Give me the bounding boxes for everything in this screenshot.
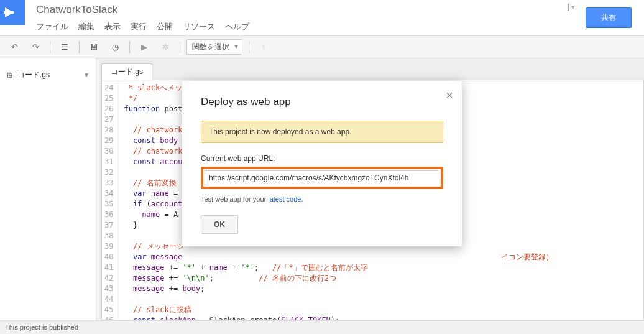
file-icon: 🗎	[6, 71, 14, 80]
app-logo-icon	[0, 0, 25, 25]
run-icon[interactable]: ▶	[136, 39, 152, 55]
file-sidebar: 🗎 コード.gs ▼	[0, 58, 96, 320]
redo-icon[interactable]: ↷	[27, 39, 44, 55]
account-dropdown-icon[interactable]: ▎▾	[568, 0, 573, 11]
chevron-down-icon[interactable]: ▼	[83, 72, 90, 78]
web-app-url-input[interactable]	[205, 170, 439, 185]
toolbar-separator	[249, 41, 249, 53]
ok-button[interactable]: OK	[201, 215, 238, 234]
project-title[interactable]: ChatworkToSlack	[36, 4, 568, 16]
menu-edit[interactable]: 編集	[78, 21, 94, 32]
toolbar-separator	[79, 41, 80, 53]
url-label: Current web app URL:	[201, 154, 443, 163]
test-suffix: .	[301, 195, 303, 203]
sidebar-file-label: コード.gs	[17, 70, 50, 80]
menu-bar: ファイル 編集 表示 実行 公開 リソース ヘルプ	[36, 21, 568, 32]
editor-tabs: コード.gs	[101, 63, 644, 80]
modal-banner: This project is now deployed as a web ap…	[201, 121, 443, 143]
test-link-line: Test web app for your latest code.	[201, 195, 443, 203]
undo-icon[interactable]: ↶	[6, 39, 22, 55]
menu-help[interactable]: ヘルプ	[225, 21, 249, 32]
debug-icon[interactable]: ✲	[157, 39, 173, 55]
indent-icon[interactable]: ☰	[57, 39, 73, 55]
save-icon[interactable]: 💾︎	[86, 39, 102, 55]
modal-title: Deploy as web app	[201, 96, 443, 108]
test-prefix: Test web app for your	[201, 195, 268, 203]
app-header: ChatworkToSlack ファイル 編集 表示 実行 公開 リソース ヘル…	[0, 0, 644, 36]
toolbar: ↶ ↷ ☰ 💾︎ ◷ ▶ ✲ 関数を選択 ♀	[0, 36, 644, 58]
menu-resources[interactable]: リソース	[183, 21, 215, 32]
toolbar-separator	[180, 41, 180, 53]
menu-publish[interactable]: 公開	[157, 21, 173, 32]
lightbulb-icon[interactable]: ♀	[255, 39, 272, 55]
share-button[interactable]: 共有	[586, 7, 632, 28]
clock-icon[interactable]: ◷	[107, 39, 123, 55]
menu-view[interactable]: 表示	[104, 21, 121, 32]
menu-file[interactable]: ファイル	[36, 21, 68, 32]
deploy-modal: × Deploy as web app This project is now …	[182, 81, 462, 246]
toolbar-separator	[50, 41, 50, 53]
status-text: This project is published	[5, 323, 78, 331]
editor-tab[interactable]: コード.gs	[101, 63, 152, 80]
function-select[interactable]: 関数を選択	[186, 39, 242, 55]
menu-run[interactable]: 実行	[131, 21, 147, 32]
toolbar-separator	[129, 41, 130, 53]
latest-code-link[interactable]: latest code	[268, 195, 301, 203]
close-icon[interactable]: ×	[446, 88, 453, 103]
status-bar: This project is published	[0, 320, 644, 334]
header-main: ChatworkToSlack ファイル 編集 表示 実行 公開 リソース ヘル…	[25, 0, 568, 32]
sidebar-file-item[interactable]: 🗎 コード.gs ▼	[0, 67, 96, 83]
line-gutter: 2425262728293031323334353637383940414243…	[102, 80, 119, 320]
url-highlight-box	[201, 167, 443, 189]
